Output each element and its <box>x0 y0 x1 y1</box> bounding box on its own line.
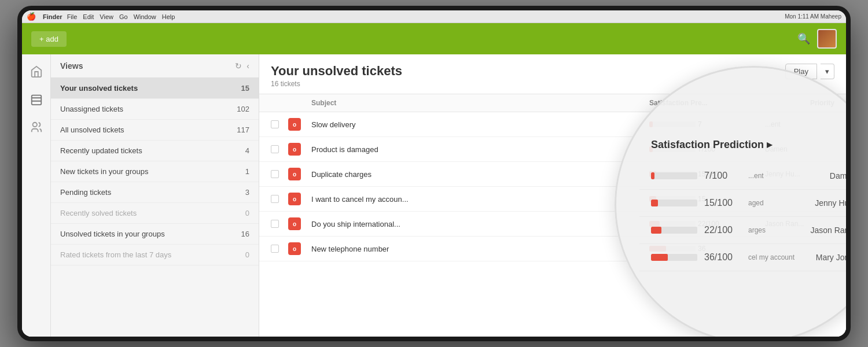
ticket-subject: Do you ship international... <box>311 220 649 228</box>
collapse-icon[interactable]: ‹ <box>247 61 249 71</box>
row-checkbox[interactable] <box>271 220 279 228</box>
tickets-icon[interactable] <box>28 91 45 108</box>
view-count: 4 <box>245 146 249 155</box>
view-count: 1 <box>245 167 249 176</box>
ticket-subject: I want to cancel my accoun... <box>311 195 649 204</box>
view-item-rated[interactable]: Rated tickets from the last 7 days 0 <box>51 245 259 265</box>
sat-score: 36 <box>698 245 705 253</box>
dropdown-button[interactable]: ▾ <box>821 64 834 79</box>
ticket-subject: Duplicate charges <box>311 170 649 179</box>
col-priority[interactable]: Priority <box>765 99 834 107</box>
menu-view[interactable]: View <box>100 13 113 20</box>
row-checkbox[interactable] <box>271 195 279 203</box>
table-row[interactable]: o I want to cancel my accoun... 15 <box>259 187 846 212</box>
row-checkbox[interactable] <box>271 145 279 153</box>
sat-score: 15 <box>698 195 705 203</box>
view-label: Rated tickets from the last 7 days <box>60 250 245 259</box>
table-row[interactable]: o New telephone number 36 <box>259 237 846 261</box>
menu-right: Mon 1:11 AM Maheep <box>785 13 841 20</box>
views-actions: ↻ ‹ <box>235 61 249 71</box>
top-bar-right: 🔍 <box>797 29 837 49</box>
sat-score: 22/100 <box>698 220 719 228</box>
sat-bar-fill <box>649 246 666 252</box>
app-container: + add 🔍 <box>22 23 846 337</box>
view-label: Your unsolved tickets <box>60 84 241 93</box>
menu-edit[interactable]: Edit <box>83 13 94 20</box>
view-label: Unsolved tickets in your groups <box>60 230 241 238</box>
menu-window[interactable]: Window <box>134 13 156 20</box>
ticket-type-icon: o <box>288 143 301 156</box>
ticket-type-icon: o <box>288 118 301 131</box>
view-label: Recently updated tickets <box>60 146 245 155</box>
sat-bar-fill <box>649 146 653 152</box>
sat-bar-background <box>649 121 696 127</box>
view-count: 3 <box>245 188 249 197</box>
sat-bar-background <box>649 171 696 177</box>
menu-clock: Mon 1:11 AM Maheep <box>785 13 841 20</box>
table-row[interactable]: o Slow delivery 7 ...ent <box>259 112 846 137</box>
table-row[interactable]: o Do you ship international... 22/100 Ja… <box>259 212 846 237</box>
menu-file[interactable]: File <box>67 13 78 20</box>
menu-help[interactable]: Help <box>162 13 175 20</box>
table-header: Subject Satisfaction Pre... Priority <box>259 94 846 112</box>
tickets-subtitle: 16 tickets <box>271 80 785 88</box>
ticket-assignee: ...ent <box>765 120 834 128</box>
svg-point-3 <box>32 123 36 127</box>
view-label: Pending tickets <box>60 188 245 197</box>
screen: 🍎 Finder File Edit View Go Window Help M… <box>22 10 846 337</box>
top-bar: + add 🔍 <box>22 23 846 54</box>
row-checkbox[interactable] <box>271 120 279 128</box>
view-count: 102 <box>237 105 249 113</box>
add-button[interactable]: + add <box>31 31 67 47</box>
view-item-recently-updated[interactable]: Recently updated tickets 4 <box>51 141 259 161</box>
play-button[interactable]: Play <box>785 64 817 79</box>
view-label: Unassigned tickets <box>60 105 237 113</box>
view-item-unsolved[interactable]: Your unsolved tickets 15 <box>51 78 259 99</box>
table-row[interactable]: o Duplicate charges 15/100 Jenny Hu... <box>259 162 846 187</box>
satisfaction-bar: 15 <box>649 195 765 203</box>
satisfaction-bar: 7 <box>649 120 765 128</box>
col-subject[interactable]: Subject <box>311 99 649 107</box>
menu-bar: 🍎 Finder File Edit View Go Window Help M… <box>22 10 846 23</box>
main-area: Views ↻ ‹ Your unsolved tickets 15 Unass… <box>22 54 846 337</box>
search-icon[interactable]: 🔍 <box>797 32 810 45</box>
ticket-assignee: Jason Ran... <box>765 220 834 228</box>
icon-sidebar <box>22 54 51 337</box>
row-checkbox[interactable] <box>271 245 279 253</box>
contacts-icon[interactable] <box>28 119 45 135</box>
home-icon[interactable] <box>28 64 45 80</box>
sat-bar-background <box>649 196 696 202</box>
view-item-recently-solved[interactable]: Recently solved tickets 0 <box>51 203 259 224</box>
satisfaction-bar: 15/100 <box>649 170 765 178</box>
view-item-new-groups[interactable]: New tickets in your groups 1 <box>51 161 259 182</box>
view-item-all-unsolved[interactable]: All unsolved tickets 117 <box>51 120 259 141</box>
view-label: Recently solved tickets <box>60 209 245 217</box>
views-title: Views <box>60 61 83 71</box>
menu-go[interactable]: Go <box>119 13 128 20</box>
table-row[interactable]: o Product is damaged 7/100 Damen <box>259 137 846 162</box>
view-count: 117 <box>237 125 249 134</box>
sat-bar-fill <box>649 171 656 177</box>
view-item-unsolved-groups[interactable]: Unsolved tickets in your groups 16 <box>51 224 259 245</box>
tickets-panel: Your unsolved tickets 16 tickets Play ▾ … <box>259 54 846 337</box>
ticket-type-icon: o <box>288 168 301 180</box>
avatar[interactable] <box>817 29 837 49</box>
satisfaction-bar: 7/100 <box>649 145 765 153</box>
ticket-assignee: Damen <box>765 145 834 153</box>
tickets-title: Your unsolved tickets <box>271 64 785 79</box>
views-panel: Views ↻ ‹ Your unsolved tickets 15 Unass… <box>51 54 259 337</box>
col-checkbox <box>271 99 288 107</box>
view-count: 0 <box>245 209 249 217</box>
refresh-icon[interactable]: ↻ <box>235 61 242 71</box>
row-checkbox[interactable] <box>271 170 279 178</box>
satisfaction-bar: 36 <box>649 245 765 253</box>
sat-bar-fill <box>649 196 656 202</box>
col-satisfaction[interactable]: Satisfaction Pre... <box>649 99 765 107</box>
sat-bar-background <box>649 146 696 152</box>
ticket-assignee: Jenny Hu... <box>765 170 834 178</box>
view-item-unassigned[interactable]: Unassigned tickets 102 <box>51 99 259 120</box>
apple-menu[interactable]: 🍎 <box>27 12 36 21</box>
sat-score: 15/100 <box>698 170 719 178</box>
view-item-pending[interactable]: Pending tickets 3 <box>51 182 259 203</box>
tickets-header: Your unsolved tickets 16 tickets Play ▾ <box>259 54 846 94</box>
